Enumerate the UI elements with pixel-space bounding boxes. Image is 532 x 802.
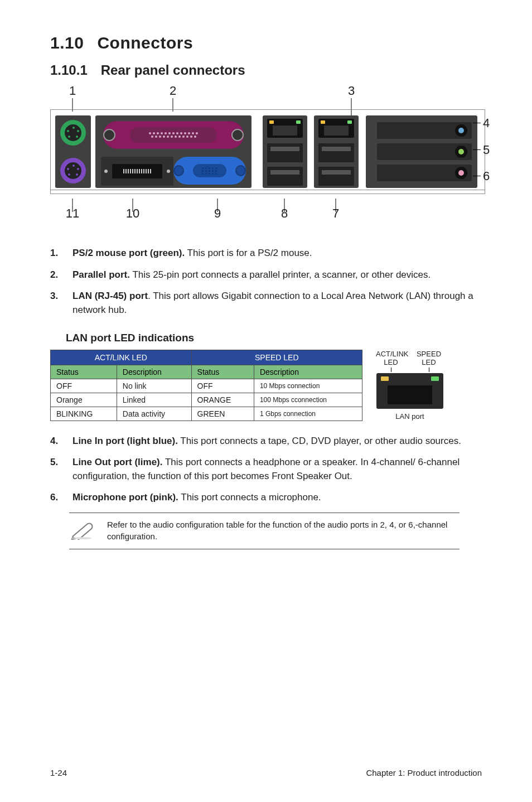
item-number: 6. <box>50 491 72 505</box>
item-bold: Microphone port (pink). <box>72 492 178 503</box>
usb-lan-block-a <box>263 115 307 188</box>
cell: 10 Mbps connection <box>254 379 362 393</box>
cell: No link <box>117 379 191 393</box>
item-rest: This 25-pin port connects a parallel pri… <box>130 269 431 280</box>
svg-point-0 <box>74 537 91 539</box>
list-item: 4. Line In port (light blue). This port … <box>50 434 482 448</box>
led-sub-desc: Description <box>117 365 191 379</box>
cell: 1 Gbps connection <box>254 407 362 421</box>
rear-panel-diagram: 1 2 3 <box>50 84 485 229</box>
ps2-block <box>55 115 91 188</box>
chapter-label: Chapter 1: Product introduction <box>366 768 482 777</box>
port-list-b: 4. Line In port (light blue). This port … <box>50 434 482 505</box>
usb-lan-block-b <box>314 115 359 188</box>
page-footer: 1-24 Chapter 1: Product introduction <box>50 768 482 777</box>
section-heading: 1.10Connectors <box>50 33 482 52</box>
list-item: 5. Line Out port (lime). This port conne… <box>50 456 482 483</box>
vga-port <box>173 157 246 185</box>
item-rest: This port connects a microphone. <box>178 492 321 503</box>
item-bold: LAN (RJ-45) port <box>72 291 148 301</box>
table-row: Orange Linked ORANGE 100 Mbps cconnectio… <box>51 393 362 407</box>
led-sub-desc: Description <box>254 365 362 379</box>
led-sub-status: Status <box>191 365 254 379</box>
led-sub-status: Status <box>51 365 117 379</box>
callout-1: 1 <box>69 84 76 98</box>
cell: ORANGE <box>191 393 254 407</box>
line-out-jack <box>377 143 472 160</box>
item-number: 2. <box>50 268 72 282</box>
rj45-icon <box>376 373 443 409</box>
item-bold: Parallel port. <box>72 269 130 280</box>
cell: Linked <box>117 393 191 407</box>
parallel-port <box>103 121 244 149</box>
item-rest: This port is for a PS/2 mouse. <box>185 248 312 258</box>
section-number: 1.10 <box>50 33 84 52</box>
usb-port <box>318 167 354 186</box>
led-table: ACT/LINK LED SPEED LED Status Descriptio… <box>50 350 362 421</box>
cell: BLINKING <box>51 407 117 421</box>
table-row: BLINKING Data activity GREEN 1 Gbps conn… <box>51 407 362 421</box>
table-row: OFF No link OFF 10 Mbps connection <box>51 379 362 393</box>
lan-port-illustration: ACT/LINK LED SPEED LED LAN port <box>376 350 444 421</box>
speed-led-label: SPEED LED <box>414 350 444 366</box>
subsection-title: Rear panel connectors <box>101 62 245 78</box>
usb-port <box>318 143 354 162</box>
item-rest: This port connects a tape, CD, DVD playe… <box>178 436 461 446</box>
audio-block <box>366 115 477 188</box>
callout-3: 3 <box>348 84 355 98</box>
note-box: Refer to the audio configuration table f… <box>69 513 460 549</box>
note-text: Refer to the audio configuration table f… <box>107 519 460 542</box>
lan-port-a <box>267 119 303 138</box>
section-title: Connectors <box>97 33 193 52</box>
item-number: 5. <box>50 456 72 483</box>
ps2-mouse-port <box>60 120 86 146</box>
list-item: 3. LAN (RJ-45) port. This port allows Gi… <box>50 289 482 317</box>
callout-2: 2 <box>170 84 176 98</box>
cell: GREEN <box>191 407 254 421</box>
ps2-keyboard-port <box>60 158 86 183</box>
subsection-number: 1.10.1 <box>50 62 88 78</box>
port-list-a: 1. PS/2 mouse port (green). This port is… <box>50 247 482 317</box>
item-bold: PS/2 mouse port (green). <box>72 248 185 258</box>
cell: Data activity <box>117 407 191 421</box>
usb-port <box>267 167 303 186</box>
parallel-vga-block <box>95 115 252 188</box>
usb-port <box>267 143 303 162</box>
lan-port-b <box>318 119 354 138</box>
callout-6: 6 <box>483 169 490 183</box>
subsection-heading: 1.10.1Rear panel connectors <box>50 62 482 78</box>
cell: OFF <box>51 379 117 393</box>
item-number: 1. <box>50 247 72 260</box>
mic-jack <box>377 165 472 181</box>
cell: 100 Mbps cconnection <box>254 393 362 407</box>
led-group-b: SPEED LED <box>191 350 362 365</box>
page-number: 1-24 <box>50 768 67 777</box>
item-number: 4. <box>50 434 72 448</box>
list-item: 1. PS/2 mouse port (green). This port is… <box>50 247 482 260</box>
item-number: 3. <box>50 289 72 317</box>
pencil-icon <box>69 521 96 540</box>
lan-port-caption: LAN port <box>376 412 444 421</box>
line-in-jack <box>377 122 472 139</box>
cell: Orange <box>51 393 117 407</box>
led-group-a: ACT/LINK LED <box>51 350 192 365</box>
item-bold: Line In port (light blue). <box>72 436 178 446</box>
com-port <box>101 157 173 186</box>
cell: OFF <box>191 379 254 393</box>
list-item: 6. Microphone port (pink). This port con… <box>50 491 482 505</box>
lan-led-heading: LAN port LED indications <box>66 332 482 344</box>
item-bold: Line Out port (lime). <box>72 457 163 467</box>
list-item: 2. Parallel port. This 25-pin port conne… <box>50 268 482 282</box>
callout-4: 4 <box>483 116 490 131</box>
act-link-led-label: ACT/LINK LED <box>376 350 406 366</box>
callout-5: 5 <box>483 143 490 157</box>
